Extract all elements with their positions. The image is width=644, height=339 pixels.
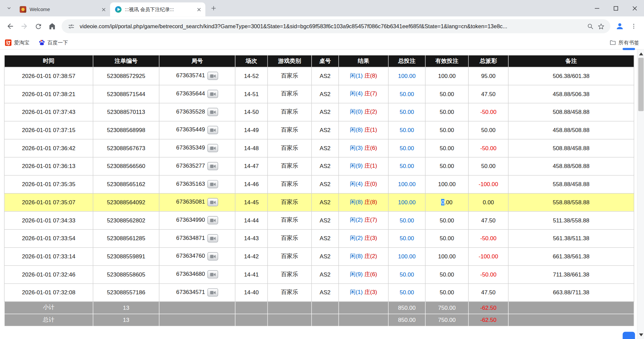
total-bet-cell[interactable]: 100.00 — [388, 193, 425, 211]
bet-row[interactable]: 2026-01-01 07:35:35523088565162673635163… — [4, 175, 634, 193]
total-bet-cell[interactable]: 50.00 — [388, 211, 425, 229]
bet-row[interactable]: 2026-01-01 07:36:13523088566560673635277… — [4, 157, 634, 175]
tab-search-button[interactable] — [3, 2, 15, 14]
total-bet-link[interactable]: 100.00 — [398, 73, 416, 79]
home-button[interactable] — [45, 19, 59, 33]
total-bet-cell[interactable]: 50.00 — [388, 229, 425, 247]
bookmark-star-icon[interactable] — [596, 21, 606, 32]
video-replay-button[interactable] — [207, 288, 218, 296]
total-bet-link[interactable]: 50.00 — [400, 145, 414, 152]
bet-row[interactable]: 2026-01-01 07:38:21523088571544673635644… — [4, 85, 634, 103]
video-replay-button[interactable] — [207, 72, 218, 80]
bet-row[interactable]: 2026-01-01 07:32:08523088557186673634571… — [4, 284, 634, 302]
video-replay-button[interactable] — [207, 270, 218, 278]
valid-bet-cell: 0.00 — [425, 193, 468, 211]
forward-button[interactable] — [17, 19, 31, 33]
address-bar[interactable]: videoie.com/ipl/portal.php/game/betrecor… — [62, 19, 610, 33]
bet-row[interactable]: 2026-01-01 07:34:33523088562802673634990… — [4, 211, 634, 229]
round-number: 673635644 — [176, 90, 205, 97]
column-header: 总派彩 — [468, 55, 508, 67]
zoom-icon[interactable] — [585, 21, 596, 32]
bet-row[interactable]: 2026-01-01 07:32:46523088558605673634680… — [4, 265, 634, 284]
bet-time: 2026-01-01 07:34:33 — [4, 211, 93, 229]
scrollbar-thumb[interactable] — [638, 58, 644, 111]
footer-payout: -62.50 — [468, 314, 508, 326]
video-replay-button[interactable] — [207, 216, 218, 224]
result-cell: 闲(8) 庄(1) — [338, 121, 388, 139]
maximize-button[interactable] — [606, 0, 625, 16]
bet-row[interactable]: 2026-01-01 07:37:15523088568998673635449… — [4, 121, 634, 139]
tab-close-icon[interactable] — [195, 6, 202, 13]
url-text[interactable]: videoie.com/ipl/portal.php/game/betrecor… — [80, 23, 582, 29]
bet-row[interactable]: 2026-01-01 07:36:42523088567673673635349… — [4, 139, 634, 157]
video-replay-button[interactable] — [207, 234, 218, 242]
player-result: 闲(9) — [350, 162, 363, 169]
total-bet-cell[interactable]: 50.00 — [388, 85, 425, 103]
tab-bet-records[interactable]: :::视讯 会员下注纪录::: — [110, 2, 205, 16]
total-bet-link[interactable]: 50.00 — [400, 271, 414, 278]
profile-avatar[interactable] — [613, 19, 627, 33]
total-bet-link[interactable]: 50.00 — [400, 235, 414, 242]
bookmark-aitaobao[interactable]: 爱淘宝 — [5, 39, 30, 46]
scroll-up-arrow[interactable] — [638, 50, 644, 57]
video-camera-icon — [210, 272, 216, 277]
bet-time: 2026-01-01 07:32:46 — [4, 265, 93, 284]
total-bet-cell[interactable]: 50.00 — [388, 157, 425, 175]
total-bet-link[interactable]: 50.00 — [400, 109, 414, 115]
game-type: 百家乐 — [267, 103, 312, 121]
video-replay-button[interactable] — [207, 108, 218, 116]
vertical-scrollbar[interactable] — [637, 50, 644, 339]
total-bet-link[interactable]: 100.00 — [398, 181, 416, 187]
bet-row[interactable]: 2026-01-01 07:38:57523088572925673635741… — [4, 67, 634, 85]
total-bet-cell[interactable]: 50.00 — [388, 121, 425, 139]
bet-row[interactable]: 2026-01-01 07:33:54523088561285673634871… — [4, 229, 634, 247]
total-bet-cell[interactable]: 50.00 — [388, 265, 425, 284]
tab-welcome[interactable]: Welcome — [15, 2, 110, 16]
bet-row[interactable]: 2026-01-01 07:33:14523088559891673634760… — [4, 247, 634, 265]
video-replay-button[interactable] — [207, 252, 218, 260]
total-bet-cell[interactable]: 100.00 — [388, 175, 425, 193]
footer-valid-bet: 750.00 — [425, 314, 468, 326]
back-button[interactable] — [3, 19, 17, 33]
site-info-icon[interactable] — [66, 21, 76, 32]
total-bet-link[interactable]: 100.00 — [398, 199, 416, 206]
total-bet-cell[interactable]: 50.00 — [388, 284, 425, 302]
total-bet-link[interactable]: 50.00 — [400, 289, 414, 296]
total-bet-link[interactable]: 50.00 — [400, 163, 414, 170]
bookmark-baidu[interactable]: 百度一下 — [38, 39, 68, 46]
total-bet-link[interactable]: 100.00 — [398, 253, 416, 260]
video-replay-button[interactable] — [207, 90, 218, 98]
all-bookmarks-button[interactable]: 所有书签 — [610, 39, 639, 46]
bet-row[interactable]: 2026-01-01 07:35:07523088564092673635081… — [4, 193, 634, 211]
video-replay-button[interactable] — [207, 162, 218, 170]
payout-cell: -50.00 — [468, 265, 508, 284]
tab-title: Welcome — [30, 7, 100, 12]
total-bet-link[interactable]: 50.00 — [400, 127, 414, 133]
remark: 558.88/558.88 — [508, 193, 634, 211]
bet-row[interactable]: 2026-01-01 07:37:43523088570113673635528… — [4, 103, 634, 121]
game-type: 百家乐 — [267, 193, 312, 211]
total-bet-cell[interactable]: 50.00 — [388, 103, 425, 121]
browser-menu-button[interactable] — [627, 19, 641, 33]
floating-scroll-button[interactable] — [623, 332, 635, 339]
video-camera-icon — [210, 164, 216, 168]
new-tab-button[interactable] — [208, 2, 219, 14]
window-controls — [587, 0, 644, 16]
video-replay-button[interactable] — [207, 198, 218, 206]
tab-close-icon[interactable] — [100, 6, 107, 13]
video-replay-button[interactable] — [207, 144, 218, 152]
total-bet-cell[interactable]: 50.00 — [388, 139, 425, 157]
video-replay-button[interactable] — [207, 126, 218, 134]
refresh-button[interactable] — [31, 19, 45, 33]
scroll-down-arrow[interactable] — [638, 331, 644, 338]
total-bet-cell[interactable]: 100.00 — [388, 67, 425, 85]
total-bet-link[interactable]: 50.00 — [400, 217, 414, 224]
total-bet-link[interactable]: 50.00 — [400, 91, 414, 97]
footer-label: 总计 — [4, 314, 93, 326]
window-close-button[interactable] — [625, 0, 644, 16]
valid-bet-cell: 50.00 — [425, 85, 468, 103]
video-replay-button[interactable] — [207, 180, 218, 188]
bet-id: 523088571544 — [93, 85, 159, 103]
minimize-button[interactable] — [587, 0, 606, 16]
total-bet-cell[interactable]: 100.00 — [388, 247, 425, 265]
